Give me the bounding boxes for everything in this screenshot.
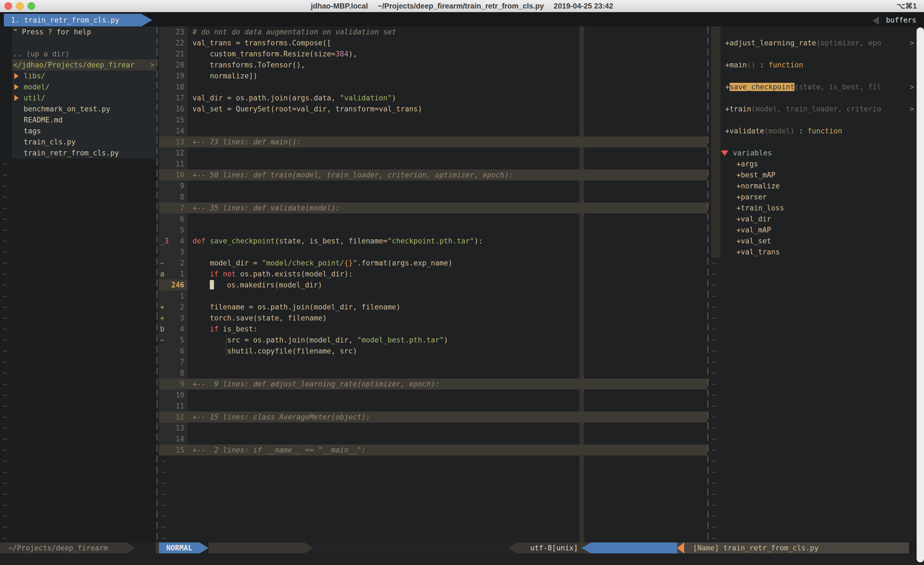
buffers-label: buffers [886, 16, 916, 24]
code-line[interactable]: 23# do not do data augmentation on valid… [159, 26, 707, 38]
tag-item[interactable]: +train_loss [710, 203, 924, 213]
tag-item[interactable]: +val_trans [710, 246, 924, 257]
code-line[interactable]: 3+ torch.save(state, filename) [159, 313, 707, 323]
code-line[interactable]: 3 [159, 246, 707, 257]
code-line[interactable]: 21 custom_transform.Resize(size=384), [159, 48, 707, 59]
code-line[interactable]: 13+-- 73 lines: def main(): [159, 137, 707, 147]
statusline-file: train_retr_from_cls.py python [313, 542, 517, 553]
tag-item[interactable]: +adjust_learning_rate(optimizer, epo> [710, 38, 924, 48]
code-line[interactable]: 246 os.makedirs(model_dir) [159, 279, 707, 290]
empty-line: ~ [710, 401, 924, 412]
code-line[interactable]: 22val_trans = transforms.Compose([ [159, 38, 707, 48]
tree-item[interactable]: benchmark_on_test.py [0, 104, 157, 114]
tagbar-pane[interactable]: +adjust_learning_rate(optimizer, epo>+ma… [710, 26, 924, 542]
tag-item[interactable]: variables [710, 147, 924, 158]
code-line[interactable]: 10+-- 50 lines: def train(model, train_l… [159, 170, 707, 180]
code-line[interactable]: 7 [159, 356, 707, 368]
tag-item[interactable]: +args [710, 158, 924, 170]
empty-line: ~ [0, 455, 157, 467]
code-line[interactable]: 15 [159, 114, 707, 125]
code-line[interactable]: 11 [159, 158, 707, 170]
window-separator-right[interactable] [707, 26, 708, 542]
window-separator-left[interactable] [156, 26, 158, 542]
code-line[interactable]: 1 [159, 290, 707, 302]
statusline-vcs: +8 ~3 -3master [208, 542, 304, 553]
tree-item[interactable]: </jdhao/Projects/deep_firear> [0, 59, 157, 71]
nerdtree-pane[interactable]: " Press ? for help.. (up a dir)</jdhao/P… [0, 26, 157, 542]
statusline-encoding: utf-8[unix] [517, 542, 591, 553]
tag-item[interactable]: +parser [710, 191, 924, 203]
code-line[interactable]: 9 [159, 180, 707, 191]
code-line[interactable]: 6 shutil.copyfile(filename, src) [159, 346, 707, 356]
empty-line: ~ [0, 257, 157, 269]
editor-pane[interactable]: 23# do not do data augmentation on valid… [159, 26, 707, 542]
code-line[interactable]: 11 [159, 401, 707, 412]
scrollbar[interactable] [916, 27, 924, 562]
tag-item[interactable] [710, 26, 924, 38]
tree-item[interactable] [0, 38, 157, 48]
code-line[interactable]: 4_3def save_checkpoint(state, is_best, f… [159, 236, 707, 246]
code-line[interactable]: 12 [159, 147, 707, 158]
tree-item[interactable]: util/ [0, 92, 157, 104]
tree-item[interactable]: libs/ [0, 71, 157, 81]
tree-item[interactable]: " Press ? for help [0, 26, 157, 38]
tree-item[interactable]: train_cls.py [0, 137, 157, 147]
tag-item[interactable] [710, 137, 924, 147]
code-line[interactable]: 14 [159, 434, 707, 445]
empty-line: ~ [0, 532, 157, 542]
code-line[interactable]: 5 [159, 224, 707, 236]
tag-item[interactable]: +validate(model) : function [710, 125, 924, 137]
empty-line: ~ [159, 499, 707, 511]
tag-item[interactable] [710, 92, 924, 104]
empty-line: ~ [0, 323, 157, 335]
code-line[interactable]: 13 [159, 422, 707, 434]
tag-item[interactable]: +train(model, train_loader, criterio> [710, 104, 924, 114]
tag-item[interactable]: +save_checkpoint(state, is_best, fil> [710, 81, 924, 92]
empty-line: ~ [0, 302, 157, 313]
tree-item[interactable]: tags [0, 125, 157, 137]
code-line[interactable]: 12+-- 15 lines: class AverageMeter(objec… [159, 412, 707, 422]
empty-line: ~ [0, 279, 157, 290]
empty-line: ~ [0, 313, 157, 323]
code-line[interactable]: 2+ filename = os.path.join(model_dir, fi… [159, 302, 707, 313]
tag-item[interactable]: +val_set [710, 236, 924, 246]
code-line[interactable]: 18 [159, 81, 707, 92]
tag-item[interactable]: +val_mAP [710, 224, 924, 236]
code-line[interactable]: 14 [159, 125, 707, 137]
code-line[interactable]: 17val_dir = os.path.join(args.data, "val… [159, 92, 707, 104]
tag-item[interactable]: +normalize [710, 180, 924, 191]
command-line[interactable] [0, 553, 924, 565]
code-line[interactable]: 7+-- 35 lines: def validate(model): [159, 203, 707, 213]
code-line[interactable]: 15+-- 2 lines: if __name__ == "__main__"… [159, 445, 707, 455]
tree-item[interactable]: .. (up a dir) [0, 48, 157, 59]
code-line[interactable]: 19 normalize]) [159, 71, 707, 81]
code-line[interactable]: 1a if not os.path.exists(model_dir): [159, 269, 707, 279]
tag-item[interactable]: +main() : function [710, 59, 924, 71]
code-line[interactable]: 5~ src = os.path.join(model_dir, "model_… [159, 335, 707, 346]
code-line[interactable]: 6 [159, 213, 707, 224]
tag-item[interactable] [710, 48, 924, 59]
powerline-arrow-icon [677, 542, 684, 553]
tag-item[interactable] [710, 71, 924, 81]
code-line[interactable]: 4b if is_best: [159, 323, 707, 335]
code-line[interactable]: 16val_set = QuerySet(root=val_dir, trans… [159, 104, 707, 114]
code-line[interactable]: 20 transforms.ToTensor(), [159, 59, 707, 71]
code-line[interactable]: 8 [159, 191, 707, 203]
empty-line: ~ [710, 356, 924, 368]
empty-line: ~ [710, 257, 924, 269]
code-line[interactable]: 10 [159, 389, 707, 401]
empty-line: ~ [0, 180, 157, 191]
statusline: ~/Projects/deep_firearm NORMAL +8 ~3 -3m… [0, 542, 924, 553]
tree-item[interactable]: model/ [0, 81, 157, 92]
tree-item[interactable]: train_retr_from_cls.py [0, 147, 157, 158]
code-line[interactable]: 2~ model_dir = "model/check_point/{}".fo… [159, 257, 707, 269]
tag-item[interactable] [710, 114, 924, 125]
tab-train-retr-from-cls[interactable]: 1. train_retr_from_cls.py [4, 14, 152, 26]
tag-item[interactable]: +val_dir [710, 213, 924, 224]
code-line[interactable]: 9+-- 9 lines: def adjust_learning_rate(o… [159, 379, 707, 389]
code-line[interactable]: 8 [159, 368, 707, 379]
empty-line: ~ [0, 511, 157, 521]
tag-item[interactable]: +best_mAP [710, 170, 924, 180]
tree-item[interactable]: README.md [0, 114, 157, 125]
empty-line: ~ [0, 170, 157, 180]
